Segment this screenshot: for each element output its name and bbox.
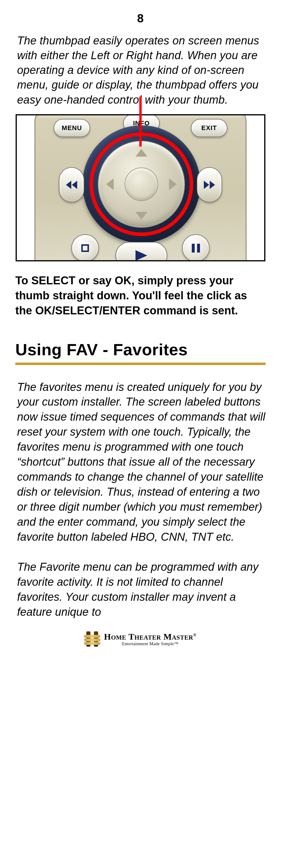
select-instruction-paragraph: To SELECT or say OK, simply press your t… bbox=[15, 273, 266, 318]
play-button bbox=[115, 242, 167, 261]
trademark-mark: ™ bbox=[174, 641, 178, 646]
manual-page: 8 The thumbpad easily operates on screen… bbox=[0, 0, 281, 658]
stop-button bbox=[71, 234, 99, 261]
remote-figure: MENU INFO EXIT bbox=[16, 114, 265, 261]
fast-forward-icon bbox=[204, 181, 215, 189]
stop-icon bbox=[81, 244, 89, 252]
brand-name: Home Theater Master bbox=[104, 632, 193, 641]
favorites-paragraph-1: The favorites menu is created uniquely f… bbox=[17, 380, 266, 545]
page-number: 8 bbox=[15, 12, 266, 25]
rewind-button bbox=[59, 167, 84, 203]
favorites-paragraph-2: The Favorite menu can be programmed with… bbox=[17, 560, 266, 620]
callout-line bbox=[139, 97, 142, 147]
arrow-down-icon bbox=[136, 212, 147, 220]
section-heading-favorites: Using FAV - Favorites bbox=[15, 340, 266, 359]
play-icon bbox=[136, 250, 147, 261]
thumbpad bbox=[98, 141, 185, 228]
arrow-left-icon bbox=[106, 178, 114, 190]
footer-brand: Home Theater Master® Entertainment Made … bbox=[15, 631, 266, 647]
brand-tagline: Entertainment Made Simple bbox=[122, 641, 174, 646]
arrow-right-icon bbox=[169, 178, 177, 190]
brand-logo-icon bbox=[85, 631, 100, 647]
exit-button-label: EXIT bbox=[201, 124, 217, 132]
fast-forward-button bbox=[197, 167, 222, 203]
exit-button: EXIT bbox=[191, 119, 227, 137]
ok-select-icon bbox=[138, 180, 145, 188]
menu-button-label: MENU bbox=[62, 124, 82, 132]
arrow-up-icon bbox=[136, 149, 147, 157]
thumbpad-intro-paragraph: The thumbpad easily operates on screen m… bbox=[17, 33, 266, 107]
rewind-icon bbox=[66, 181, 77, 189]
registered-mark: ® bbox=[193, 633, 196, 637]
brand-logo-text: Home Theater Master® Entertainment Made … bbox=[104, 632, 196, 646]
section-rule bbox=[15, 363, 266, 365]
pause-icon bbox=[192, 244, 200, 252]
menu-button: MENU bbox=[54, 119, 90, 137]
pause-button bbox=[182, 234, 210, 261]
